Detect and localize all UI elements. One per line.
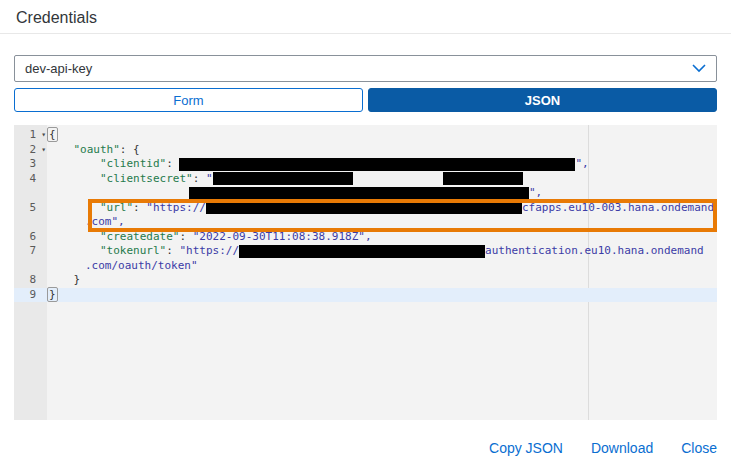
line-number: 4 xyxy=(14,172,47,187)
json-string: authentication.eu10.hana.ondemand xyxy=(485,244,704,257)
json-string: ", xyxy=(575,157,588,170)
code-line-content: .com", xyxy=(47,215,717,230)
json-string: .com", xyxy=(85,215,125,228)
fold-caret-icon[interactable]: ▾ xyxy=(41,143,46,158)
close-button[interactable]: Close xyxy=(681,440,717,456)
code-line: 6 "createdate": "2022-09-30T11:08:38.918… xyxy=(14,230,717,245)
code-line-content: } xyxy=(47,273,717,288)
json-key: "oauth" xyxy=(74,143,120,156)
dialog-title: Credentials xyxy=(16,9,97,27)
code-line-content: .com/oauth/token" xyxy=(47,259,717,274)
header-divider xyxy=(0,33,731,34)
json-string: "2022-09-30T11:08:38.918Z", xyxy=(193,230,372,243)
line-number: 7 xyxy=(14,244,47,259)
json-punctuation: : xyxy=(166,244,179,257)
code-line-content: "clientsecret": " xyxy=(47,172,717,187)
json-punctuation: : { xyxy=(120,143,140,156)
json-punctuation: : xyxy=(179,230,192,243)
code-line: 2▾ "oauth": { xyxy=(14,143,717,158)
json-punctuation xyxy=(47,244,100,257)
view-toggle: Form JSON xyxy=(14,88,717,112)
form-tab-button[interactable]: Form xyxy=(14,88,363,112)
json-punctuation xyxy=(47,157,100,170)
redaction-box xyxy=(206,201,522,214)
code-line: 5 "url": "https://cfapps.eu10-003.hana.o… xyxy=(14,201,717,216)
json-punctuation xyxy=(47,143,74,156)
code-line-content: "tokenurl": "https://authentication.eu10… xyxy=(47,244,717,259)
code-line: ", xyxy=(14,186,717,201)
line-number: 6 xyxy=(14,230,47,245)
json-key: "createdate" xyxy=(100,230,179,243)
code-line: .com/oauth/token" xyxy=(14,259,717,274)
json-code-editor[interactable]: 1▾{2▾ "oauth": {3 "clientid": ",4 "clien… xyxy=(14,125,717,420)
json-punctuation: { xyxy=(47,127,58,142)
credentials-dialog: Credentials dev-api-key Form JSON 1▾{2▾ … xyxy=(0,0,731,466)
redaction-box xyxy=(239,245,485,258)
json-string: .com/oauth/token" xyxy=(85,259,198,272)
json-key: "tokenurl" xyxy=(100,244,166,257)
redaction-box xyxy=(443,172,523,185)
code-line-content: ", xyxy=(47,186,717,201)
code-line-content: { xyxy=(47,128,717,143)
spacer xyxy=(353,181,443,182)
line-number: 1▾ xyxy=(14,128,47,143)
line-number xyxy=(14,259,47,274)
line-number xyxy=(14,186,47,201)
json-punctuation xyxy=(47,172,100,185)
code-line: .com", xyxy=(14,215,717,230)
line-number: 8 xyxy=(14,273,47,288)
chevron-down-icon xyxy=(692,64,706,73)
footer-actions: Copy JSON Download Close xyxy=(489,440,717,456)
json-string: ", xyxy=(529,186,542,199)
json-punctuation xyxy=(47,201,100,214)
json-punctuation: : xyxy=(133,201,146,214)
json-string: "https:// xyxy=(146,201,206,214)
line-number: 9 xyxy=(14,288,47,303)
code-line-content: "url": "https://cfapps.eu10-003.hana.ond… xyxy=(47,201,717,216)
json-string: cfapps.eu10-003.hana.ondemand xyxy=(522,201,714,214)
json-punctuation: } xyxy=(47,273,80,286)
redaction-box xyxy=(189,187,529,200)
line-number: 5 xyxy=(14,201,47,216)
credential-select[interactable]: dev-api-key xyxy=(14,55,717,82)
code-line-content: "createdate": "2022-09-30T11:08:38.918Z"… xyxy=(47,230,717,245)
credential-select-value: dev-api-key xyxy=(25,61,692,76)
line-number: 2▾ xyxy=(14,143,47,158)
json-key: "clientid" xyxy=(100,157,166,170)
spacer xyxy=(47,268,85,269)
code-line-content: } xyxy=(47,288,717,303)
download-button[interactable]: Download xyxy=(591,440,653,456)
code-line: 7 "tokenurl": "https://authentication.eu… xyxy=(14,244,717,259)
json-tab-button[interactable]: JSON xyxy=(368,88,717,112)
json-punctuation xyxy=(47,230,100,243)
code-line-content: "clientid": ", xyxy=(47,157,717,172)
code-line: 1▾{ xyxy=(14,128,717,143)
code-line-content: "oauth": { xyxy=(47,143,717,158)
code-line: 3 "clientid": ", xyxy=(14,157,717,172)
json-string: "https:// xyxy=(179,244,239,257)
json-punctuation: : xyxy=(166,157,179,170)
json-punctuation: : xyxy=(193,172,206,185)
code-rows: 1▾{2▾ "oauth": {3 "clientid": ",4 "clien… xyxy=(14,128,717,302)
fold-caret-icon[interactable]: ▾ xyxy=(41,128,46,143)
code-line: 4 "clientsecret": " xyxy=(14,172,717,187)
json-key: "clientsecret" xyxy=(100,172,193,185)
json-punctuation: } xyxy=(47,287,58,302)
redaction-box xyxy=(213,172,353,185)
spacer xyxy=(47,195,189,196)
redaction-box xyxy=(179,158,575,171)
line-number: 3 xyxy=(14,157,47,172)
line-number xyxy=(14,215,47,230)
json-string: " xyxy=(206,172,213,185)
spacer xyxy=(47,224,85,225)
copy-json-button[interactable]: Copy JSON xyxy=(489,440,563,456)
code-line: 8 } xyxy=(14,273,717,288)
json-key: "url" xyxy=(100,201,133,214)
code-line: 9} xyxy=(14,288,717,303)
